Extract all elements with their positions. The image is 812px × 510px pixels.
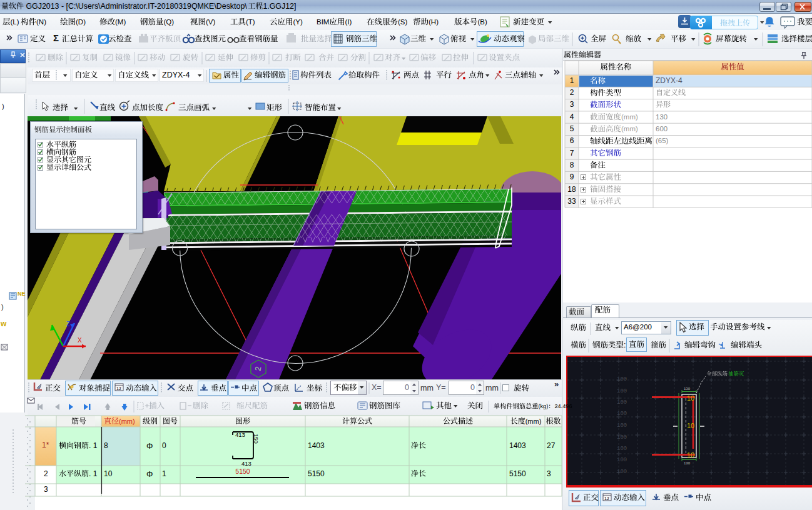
svg-text:100: 100: [617, 411, 627, 417]
svg-text:(L): (L): [11, 18, 19, 26]
svg-text:130: 130: [684, 387, 691, 391]
svg-text:w: w: [0, 319, 7, 328]
svg-text:Φ: Φ: [146, 441, 153, 451]
svg-text:0: 0: [405, 383, 409, 392]
svg-text:100: 100: [617, 399, 627, 406]
svg-text:1: 1: [570, 76, 574, 85]
svg-text:): ): [1, 303, 4, 311]
svg-text:GGJ2013 - [C:\Users\Administra: GGJ2013 - [C:\Users\Administrator.IT-201…: [24, 2, 247, 11]
svg-text:(mm): (mm): [119, 418, 135, 425]
svg-text:(Q): (Q): [164, 18, 175, 26]
svg-text:3: 3: [44, 485, 48, 494]
svg-text:(M): (M): [115, 18, 126, 26]
svg-text:(D): (D): [76, 18, 86, 26]
svg-text:5150: 5150: [235, 468, 250, 475]
svg-text:8: 8: [104, 441, 108, 450]
svg-text:5: 5: [570, 124, 574, 133]
svg-text:6: 6: [570, 136, 574, 145]
svg-text:100: 100: [617, 469, 627, 475]
svg-text:12: 12: [604, 496, 609, 501]
svg-text:2: 2: [570, 88, 574, 97]
svg-text::: :: [624, 341, 626, 349]
svg-text:(T): (T): [246, 18, 255, 26]
svg-text:mm: mm: [420, 384, 434, 392]
svg-text:27: 27: [547, 441, 556, 450]
svg-text:X=: X=: [372, 383, 382, 392]
svg-text:12: 12: [116, 386, 121, 391]
svg-text:100: 100: [617, 434, 627, 441]
svg-text:2: 2: [44, 469, 48, 478]
svg-text:1*: 1*: [42, 441, 49, 449]
svg-text:(N): (N): [36, 18, 46, 26]
svg-text:3: 3: [547, 469, 551, 478]
svg-text:NE: NE: [18, 291, 26, 297]
svg-text:ZDYX-4: ZDYX-4: [656, 76, 683, 85]
svg-text:18: 18: [567, 185, 576, 194]
svg-text:(Y): (Y): [293, 18, 303, 26]
svg-text:5150: 5150: [308, 469, 325, 478]
svg-text:1403: 1403: [509, 441, 526, 450]
svg-text:1.GGJ12]: 1.GGJ12]: [263, 2, 296, 11]
svg-text:. 1: . 1: [89, 469, 98, 478]
svg-text:. 1: . 1: [89, 441, 98, 450]
svg-text:ZDYX-4: ZDYX-4: [162, 71, 190, 79]
svg-text:(B): (B): [478, 18, 488, 26]
svg-text:7: 7: [570, 149, 574, 158]
svg-text:BIM: BIM: [317, 18, 329, 26]
svg-text:100: 100: [617, 446, 627, 452]
svg-text:Φ: Φ: [146, 469, 153, 479]
svg-text:(65): (65): [656, 137, 669, 144]
svg-text:600: 600: [656, 125, 667, 132]
svg-text:mm: mm: [485, 384, 499, 392]
svg-text:Y=: Y=: [436, 383, 446, 392]
svg-text:100: 100: [617, 376, 627, 382]
svg-text:A6@200: A6@200: [624, 323, 652, 331]
svg-text:(S): (S): [398, 18, 408, 26]
svg-text:8: 8: [570, 161, 574, 169]
svg-text:0: 0: [162, 441, 166, 450]
svg-text:100: 100: [617, 388, 627, 394]
svg-text:10: 10: [687, 451, 694, 459]
svg-text:»: »: [554, 379, 559, 389]
svg-text:10: 10: [687, 394, 694, 402]
svg-text:(mm): (mm): [525, 418, 542, 425]
svg-text:24.496: 24.496: [554, 403, 572, 409]
svg-text:1: 1: [162, 469, 166, 478]
svg-text:413: 413: [241, 460, 251, 467]
svg-text:150: 150: [253, 434, 260, 444]
svg-text:100: 100: [617, 457, 627, 463]
svg-text:10: 10: [104, 469, 113, 478]
svg-text:4: 4: [570, 112, 574, 121]
svg-text:(mm): (mm): [621, 113, 638, 121]
svg-text:100: 100: [617, 422, 627, 429]
svg-text:130: 130: [684, 461, 691, 465]
svg-text:130: 130: [656, 113, 667, 121]
svg-text:(mm): (mm): [621, 125, 638, 132]
svg-text:(V): (V): [206, 18, 216, 26]
svg-text:33: 33: [567, 197, 576, 206]
svg-text:(I): (I): [345, 18, 352, 26]
svg-text:1403: 1403: [308, 441, 325, 450]
svg-text:10: 10: [687, 422, 694, 429]
svg-text:3: 3: [570, 100, 574, 109]
svg-text:(kg): (kg): [538, 403, 548, 409]
svg-text:Σ: Σ: [53, 32, 59, 43]
svg-text:0: 0: [470, 383, 475, 392]
svg-text:(H): (H): [429, 18, 439, 26]
svg-text:): ): [2, 102, 4, 110]
svg-text:5150: 5150: [509, 469, 526, 478]
svg-text:9: 9: [570, 172, 574, 181]
svg-text:413: 413: [235, 431, 245, 438]
